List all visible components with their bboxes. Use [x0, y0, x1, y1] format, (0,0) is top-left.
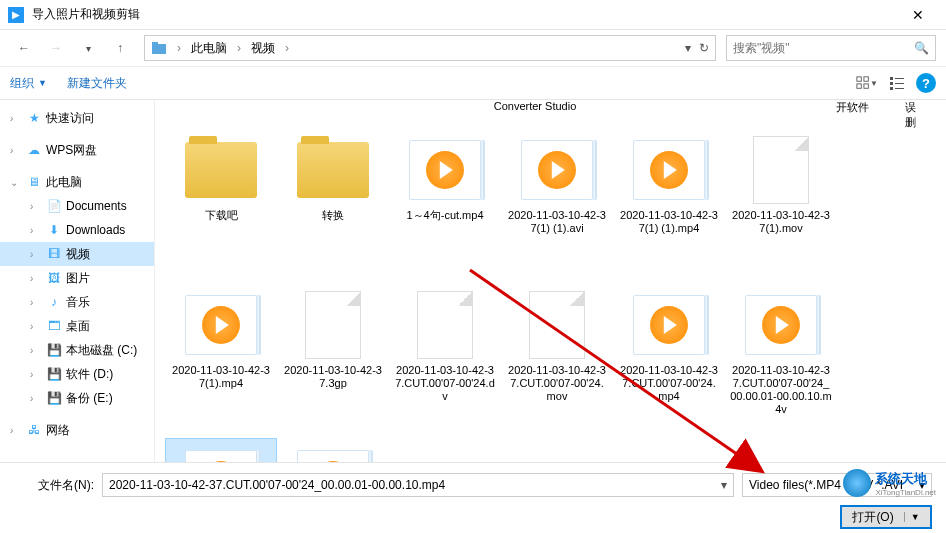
new-folder-button[interactable]: 新建文件夹 [67, 75, 127, 92]
file-item[interactable]: 2020-11-03-10-42-37.CUT.00'07-00'24.dv [389, 283, 501, 438]
breadcrumb-video[interactable]: 视频 [247, 38, 279, 59]
file-item[interactable]: 下载吧 [165, 128, 277, 283]
header-label: 误删 [905, 100, 936, 128]
file-item[interactable]: 2020-11-03-10-42-37.3gp [277, 283, 389, 438]
back-button[interactable]: ← [10, 34, 38, 62]
file-item[interactable]: 2020-11-03-10-42-37(1).mov [725, 128, 837, 283]
filename-input-wrap[interactable]: ▾ [102, 473, 734, 497]
video-icon: 🎞 [46, 246, 62, 262]
search-box[interactable]: 🔍 [726, 35, 936, 61]
file-icon [305, 291, 361, 359]
sidebar-item[interactable]: ›⬇Downloads [0, 218, 154, 242]
file-item[interactable]: 2020-11-03-10-42-37(1) (1).mp4 [613, 128, 725, 283]
watermark-logo [843, 469, 871, 497]
file-item[interactable]: 2020-11-03-10-42-37(1).mp4 [165, 283, 277, 438]
breadcrumb-sep: › [281, 39, 293, 57]
video-icon [185, 295, 257, 355]
star-icon: ★ [26, 110, 42, 126]
history-dropdown[interactable]: ▾ [74, 34, 102, 62]
svg-rect-2 [857, 77, 861, 81]
sidebar-item[interactable]: ›🎞视频 [0, 242, 154, 266]
filename-input[interactable] [109, 478, 721, 492]
main-area: › ★ 快速访问 › ☁ WPS网盘 ⌄ 🖥 此电脑 ›📄Documents›⬇… [0, 100, 946, 462]
address-dropdown[interactable]: ▾ [685, 41, 691, 55]
titlebar: ▶ 导入照片和视频剪辑 ✕ [0, 0, 946, 30]
sidebar-item[interactable]: ›🖼图片 [0, 266, 154, 290]
svg-rect-0 [152, 44, 166, 54]
sidebar-item[interactable]: ›💾软件 (D:) [0, 362, 154, 386]
file-name: 2020-11-03-10-42-37(1).mp4 [170, 364, 272, 390]
sidebar-item-label: Downloads [66, 223, 125, 237]
sidebar-item[interactable]: ›💾本地磁盘 (C:) [0, 338, 154, 362]
sidebar-item[interactable]: ›♪音乐 [0, 290, 154, 314]
file-item[interactable]: 2020-11-03-10-42-37.CUT.00'07-00'24_00.0… [165, 438, 277, 462]
file-name: 2020-11-03-10-42-37.CUT.00'07-00'24_00.0… [730, 364, 832, 416]
watermark: 系统天地 XiTongTianDi.net [843, 469, 936, 497]
breadcrumb-sep: › [173, 39, 185, 57]
open-split-icon[interactable]: ▼ [904, 512, 920, 522]
folder-path-icon [151, 40, 167, 56]
view-icons-button[interactable]: ▼ [856, 72, 878, 94]
search-input[interactable] [733, 41, 914, 55]
file-item[interactable]: 2020-11-03-10-42-37.CUT.00'07-00'24.mp4 [613, 283, 725, 438]
file-item[interactable]: 2020-11-03-10-42-37.CUT.00'07-00'24_00.0… [725, 283, 837, 438]
sidebar-quick-access[interactable]: › ★ 快速访问 [0, 106, 154, 130]
sidebar-item-label: 图片 [66, 270, 90, 287]
breadcrumb-sep: › [233, 39, 245, 57]
file-item[interactable]: 1～4句-cut.mp4 [389, 128, 501, 283]
sidebar-this-pc[interactable]: ⌄ 🖥 此电脑 [0, 170, 154, 194]
search-icon[interactable]: 🔍 [914, 41, 929, 55]
close-button[interactable]: ✕ [898, 7, 938, 23]
disk-icon: 💾 [46, 366, 62, 382]
network-icon: 🖧 [26, 422, 42, 438]
svg-rect-7 [895, 78, 904, 79]
file-name: 2020-11-03-10-42-37(1) (1).avi [506, 209, 608, 235]
sidebar-item[interactable]: ›📄Documents [0, 194, 154, 218]
sidebar-item-label: 桌面 [66, 318, 90, 335]
window-title: 导入照片和视频剪辑 [32, 6, 898, 23]
file-name: 2020-11-03-10-42-37.CUT.00'07-00'24.mov [506, 364, 608, 403]
open-button[interactable]: 打开(O) ▼ [840, 505, 932, 529]
organize-button[interactable]: 组织 ▼ [10, 75, 47, 92]
file-item[interactable]: 2020-11-03-10-42-37(1) (1).avi [501, 128, 613, 283]
breadcrumb-this-pc[interactable]: 此电脑 [187, 38, 231, 59]
desk-icon: 🗔 [46, 318, 62, 334]
svg-rect-3 [864, 77, 868, 81]
cloud-icon: ☁ [26, 142, 42, 158]
file-grid: 下载吧转换1～4句-cut.mp42020-11-03-10-42-37(1) … [165, 128, 936, 462]
file-name: 2020-11-03-10-42-37.CUT.00'07-00'24.dv [394, 364, 496, 403]
footer: 文件名(N): ▾ Video files(*.MP4 *.FLV *.AVI … [0, 462, 946, 533]
svg-rect-9 [895, 83, 904, 84]
app-icon: ▶ [8, 7, 24, 23]
svg-rect-4 [857, 84, 861, 88]
sidebar-network[interactable]: › 🖧 网络 [0, 418, 154, 442]
sidebar-item-label: 软件 (D:) [66, 366, 113, 383]
sidebar-item[interactable]: ›🗔桌面 [0, 314, 154, 338]
disk-icon: 💾 [46, 342, 62, 358]
svg-rect-11 [895, 88, 904, 89]
video-icon [185, 450, 257, 462]
video-icon [745, 295, 817, 355]
file-item[interactable]: 转换 [277, 128, 389, 283]
sidebar-item[interactable]: ›💾备份 (E:) [0, 386, 154, 410]
toolbar: 组织 ▼ 新建文件夹 ▼ ? [0, 66, 946, 100]
up-button[interactable]: ↑ [106, 34, 134, 62]
file-name: 下载吧 [205, 209, 238, 222]
svg-rect-1 [152, 42, 158, 45]
pc-icon: 🖥 [26, 174, 42, 190]
file-icon [417, 291, 473, 359]
help-button[interactable]: ? [916, 73, 936, 93]
file-item[interactable]: 2020-11-03-10-42-37.CUT.00'07-00'24.mov [501, 283, 613, 438]
view-list-button[interactable] [886, 72, 908, 94]
filename-dropdown-icon[interactable]: ▾ [721, 478, 727, 492]
down-icon: ⬇ [46, 222, 62, 238]
sidebar-item-label: 音乐 [66, 294, 90, 311]
address-bar[interactable]: › 此电脑 › 视频 › ▾ ↻ [144, 35, 716, 61]
forward-button[interactable]: → [42, 34, 70, 62]
sidebar-wps[interactable]: › ☁ WPS网盘 [0, 138, 154, 162]
video-icon [633, 295, 705, 355]
file-item[interactable]: 2020-11-03-10-42-37.CUT.00'07-00'28.avi [277, 438, 389, 462]
refresh-button[interactable]: ↻ [699, 41, 709, 55]
svg-rect-5 [864, 84, 868, 88]
file-name: 2020-11-03-10-42-37.3gp [282, 364, 384, 390]
